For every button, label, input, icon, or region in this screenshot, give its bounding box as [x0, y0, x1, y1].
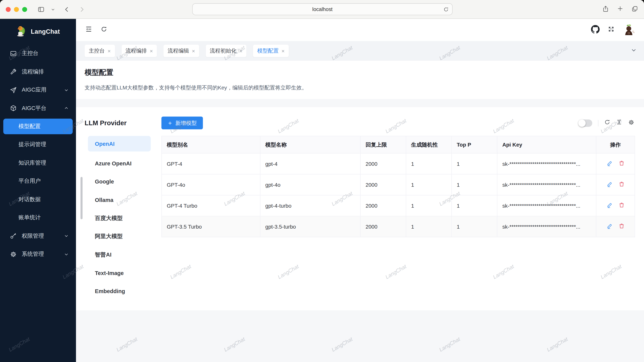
tab-flow-edit[interactable]: 流程编辑 × [164, 45, 199, 57]
sidebar-item-flow-arrange[interactable]: 流程编排 [0, 63, 76, 81]
tab-label: 主控台 [89, 47, 105, 55]
page-refresh-icon[interactable] [100, 26, 107, 34]
tab-flow-arrange[interactable]: 流程编排 × [122, 45, 157, 57]
sidebar-item-model-config[interactable]: 模型配置 [3, 119, 73, 134]
delete-icon[interactable] [618, 223, 624, 229]
tab-close-icon[interactable]: × [108, 48, 111, 53]
tab-flow-init[interactable]: 流程初始化 × [206, 45, 246, 57]
gear-icon [10, 251, 17, 258]
back-button[interactable] [63, 5, 71, 13]
new-tab-icon[interactable] [617, 5, 624, 13]
table-settings-gear-icon[interactable] [628, 119, 635, 127]
cell-alias: GPT-4 [162, 153, 260, 174]
edit-icon[interactable] [606, 223, 612, 229]
col-actions: 操作 [596, 136, 635, 153]
cell-top-p: 1 [452, 153, 497, 174]
sidebar-item-label: 系统管理 [22, 251, 44, 258]
provider-scrollbar[interactable] [80, 177, 83, 219]
browser-window: localhost [0, 0, 644, 362]
fullscreen-icon[interactable] [608, 26, 614, 34]
chevron-down-icon[interactable] [51, 7, 55, 11]
cell-name: gpt-4o [260, 174, 360, 195]
tab-list-chevron-icon[interactable] [631, 47, 636, 55]
user-avatar[interactable] [623, 24, 635, 36]
close-window-button[interactable] [6, 7, 11, 12]
delete-icon[interactable] [618, 202, 624, 208]
table-refresh-icon[interactable] [604, 119, 610, 127]
cube-icon [10, 105, 17, 112]
add-model-button-label: 新增模型 [176, 119, 197, 127]
col-model-name: 模型名称 [260, 136, 360, 153]
forward-button[interactable] [78, 5, 86, 13]
cell-temperature: 1 [406, 174, 452, 195]
sidebar-item-prompt-management[interactable]: 提示词管理 [0, 135, 76, 154]
provider-text-image[interactable]: Text-Image [88, 264, 151, 282]
share-icon[interactable] [602, 5, 609, 14]
table-header-row: 模型别名 模型名称 回复上限 生成随机性 Top P Api Key 操作 [162, 136, 635, 153]
tab-close-icon[interactable]: × [239, 48, 242, 53]
sidebar-item-aigc-app[interactable]: AIGC应用 [0, 81, 76, 99]
chevron-down-icon [64, 234, 68, 238]
provider-baidu[interactable]: 百度大模型 [88, 209, 151, 227]
cell-api-key: sk-********************************... [497, 174, 596, 195]
minimize-window-button[interactable] [14, 7, 19, 12]
provider-ollama[interactable]: Ollama [88, 191, 151, 209]
github-icon[interactable] [591, 25, 600, 35]
sidebar-item-label: 提示词管理 [18, 141, 46, 148]
table-row: GPT-4o gpt-4o 2000 1 1 sk-**************… [162, 174, 635, 195]
sidebar-item-platform-users[interactable]: 平台用户 [0, 172, 76, 190]
tab-label: 流程编辑 [168, 47, 189, 55]
window-controls [0, 7, 27, 12]
toggle-switch[interactable] [578, 119, 592, 127]
send-icon [10, 87, 17, 94]
menu-fold-icon[interactable] [85, 25, 92, 34]
tab-close-icon[interactable]: × [150, 48, 153, 53]
address-bar[interactable]: localhost [192, 3, 452, 15]
provider-embedding[interactable]: Embedding [88, 282, 151, 301]
model-table: 模型别名 模型名称 回复上限 生成随机性 Top P Api Key 操作 [162, 136, 635, 301]
sidebar: LangChat 主控台 流程编排 [0, 19, 76, 362]
provider-zhipu[interactable]: 智普AI [88, 246, 151, 264]
address-bar-url: localhost [312, 6, 332, 12]
provider-ali[interactable]: 阿里大模型 [88, 227, 151, 246]
sidebar-item-label: AIGC平台 [22, 104, 46, 112]
sidebar-item-aigc-platform[interactable]: AIGC平台 [0, 99, 76, 117]
plus-icon [168, 120, 172, 125]
provider-azure-openai[interactable]: Azure OpenAI [88, 154, 151, 173]
sidebar-item-label: 主控台 [22, 50, 38, 57]
col-temperature: 生成随机性 [406, 136, 452, 153]
tab-close-icon[interactable]: × [192, 48, 195, 53]
llm-provider-heading: LLM Provider [84, 119, 161, 127]
chevron-up-icon [64, 106, 68, 111]
edit-icon[interactable] [606, 160, 612, 166]
sidebar-item-chat-data[interactable]: 对话数据 [0, 190, 76, 209]
browser-sidebar-icon[interactable] [37, 5, 45, 13]
cell-max-tokens: 2000 [360, 174, 406, 195]
tab-close-icon[interactable]: × [282, 48, 284, 53]
tab-dashboard[interactable]: 主控台 × [84, 45, 115, 57]
delete-icon[interactable] [618, 160, 624, 166]
sidebar-item-billing-stats[interactable]: 账单统计 [0, 209, 76, 227]
zoom-window-button[interactable] [22, 7, 27, 12]
cell-max-tokens: 2000 [360, 195, 406, 216]
sidebar-item-dashboard[interactable]: 主控台 [0, 44, 76, 63]
add-model-button[interactable]: 新增模型 [162, 117, 203, 129]
sidebar-item-label: 知识库管理 [18, 159, 46, 167]
cell-top-p: 1 [452, 195, 497, 216]
tab-model-config[interactable]: 模型配置 × [253, 45, 289, 57]
edit-icon[interactable] [606, 181, 612, 187]
row-density-icon[interactable] [616, 119, 622, 127]
sidebar-item-permissions[interactable]: 权限管理 [0, 227, 76, 245]
edit-icon[interactable] [606, 202, 612, 208]
sidebar-item-knowledge-base[interactable]: 知识库管理 [0, 154, 76, 172]
cell-alias: GPT-3.5 Turbo [162, 216, 260, 237]
provider-google[interactable]: Google [88, 173, 151, 191]
delete-icon[interactable] [618, 181, 624, 187]
reload-icon[interactable] [443, 7, 449, 14]
provider-openai[interactable]: OpenAI [88, 136, 151, 151]
parrot-logo-icon [16, 25, 27, 37]
table-toolbar [578, 119, 634, 127]
sidebar-item-system-management[interactable]: 系统管理 [0, 245, 76, 263]
cell-temperature: 1 [406, 153, 452, 174]
tab-overview-icon[interactable] [631, 5, 638, 14]
